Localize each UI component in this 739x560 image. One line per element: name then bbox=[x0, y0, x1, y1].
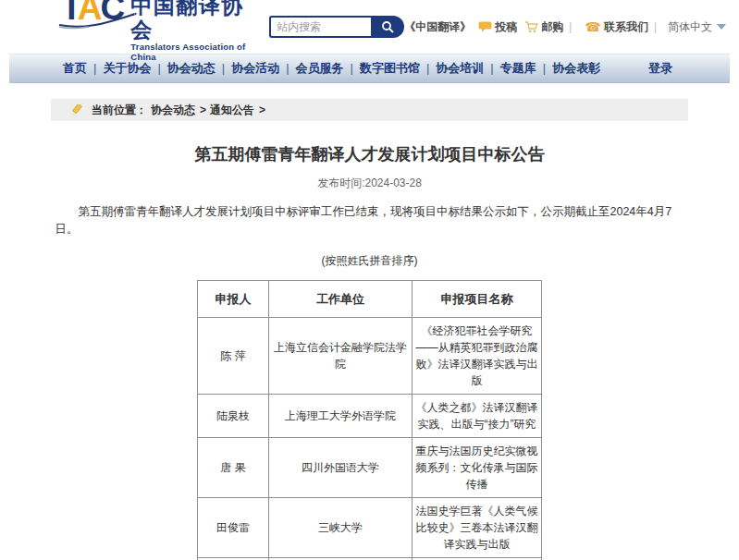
logo-names: 中国翻译协会 Translators Association of China bbox=[130, 0, 252, 62]
table-body: 陈 萍上海立信会计金融学院法学院《经济犯罪社会学研究——从精英犯罪到政治腐败》法… bbox=[198, 317, 542, 560]
work-unit-cell: 上海立信会计金融学院法学院 bbox=[269, 317, 413, 394]
breadcrumb: 当前位置： 协会动态>通知公告> bbox=[51, 99, 688, 121]
language-label: 简体中文 bbox=[668, 19, 712, 35]
table-row: 田俊雷三峡大学法国史学巨著《人类气候比较史》三卷本法译汉翻译实践与出版 bbox=[198, 497, 542, 557]
journal-link[interactable]: 《中国翻译》 bbox=[404, 19, 471, 35]
pencil-icon bbox=[71, 104, 83, 116]
table-row: 唐 果四川外国语大学重庆与法国历史纪实微视频系列：文化传承与国际传播 bbox=[198, 437, 542, 497]
article-paragraph: 第五期傅雷青年翻译人才发展计划项目中标评审工作已结束，现将项目中标结果公示如下，… bbox=[55, 203, 684, 239]
breadcrumb-link[interactable]: 通知公告 bbox=[210, 103, 254, 116]
publish-date: 发布时间:2024-03-28 bbox=[0, 176, 739, 191]
logo-mark: TAC bbox=[61, 0, 123, 29]
nav-separator: | bbox=[543, 61, 546, 75]
logo-english-name: Translators Association of China bbox=[130, 42, 252, 62]
nav-separator: | bbox=[490, 61, 493, 75]
project-name-cell: 《人类之都》法译汉翻译实践、出版与“接力”研究 bbox=[413, 394, 542, 437]
logo-swoosh-icon bbox=[57, 12, 137, 30]
project-name-cell: 《经济犯罪社会学研究——从精英犯罪到政治腐败》法译汉翻译实践与出版 bbox=[413, 317, 542, 394]
site-search bbox=[269, 16, 404, 38]
nav-item-2[interactable]: 关于协会 bbox=[103, 61, 151, 75]
table-header-row: 申报人工作单位申报项目名称 bbox=[198, 280, 542, 317]
project-name-cell: 重庆与法国历史纪实微视频系列：文化传承与国际传播 bbox=[413, 437, 542, 497]
nav-item-4[interactable]: 协会活动 bbox=[231, 61, 279, 75]
breadcrumb-separator: > bbox=[259, 103, 265, 116]
toplink-separator: | bbox=[569, 20, 572, 33]
toplink-separator: | bbox=[654, 20, 657, 33]
page-title: 第五期傅雷青年翻译人才发展计划项目中标公告 bbox=[0, 143, 739, 165]
applicant-cell: 陈 萍 bbox=[198, 317, 269, 394]
column-header: 申报人 bbox=[198, 280, 269, 317]
breadcrumb-separator: > bbox=[200, 103, 206, 116]
caret-down-icon bbox=[717, 24, 726, 30]
nav-item-9[interactable]: 协会表彰 bbox=[552, 61, 600, 75]
breadcrumb-link[interactable]: 协会动态 bbox=[151, 103, 195, 116]
submit-link[interactable]: 投稿 bbox=[495, 19, 517, 35]
nav-separator: | bbox=[157, 61, 160, 75]
nav-separator: | bbox=[286, 61, 289, 75]
nav-separator: | bbox=[222, 61, 225, 75]
applicant-cell: 唐 果 bbox=[198, 437, 269, 497]
nav-item-3[interactable]: 协会动态 bbox=[167, 61, 216, 75]
work-unit-cell: 三峡大学 bbox=[269, 497, 413, 557]
breadcrumb-label: 当前位置： bbox=[92, 103, 147, 118]
login-button[interactable]: 登录 bbox=[648, 60, 672, 77]
phone-icon: ☎ bbox=[585, 19, 600, 34]
search-icon bbox=[381, 20, 394, 33]
contact-link[interactable]: 联系我们 bbox=[604, 19, 648, 35]
table-row: 陆泉枝上海理工大学外语学院《人类之都》法译汉翻译实践、出版与“接力”研究 bbox=[198, 394, 542, 437]
cart-icon bbox=[524, 21, 538, 33]
work-unit-cell: 四川外国语大学 bbox=[269, 437, 413, 497]
mail-order-link[interactable]: 邮购 bbox=[541, 19, 563, 35]
search-input[interactable] bbox=[269, 16, 371, 38]
nav-item-1[interactable]: 首页 bbox=[63, 61, 87, 75]
language-selector[interactable]: 简体中文 bbox=[668, 19, 726, 35]
column-header: 工作单位 bbox=[269, 280, 413, 317]
logo-chinese-name: 中国翻译协会 bbox=[130, 0, 252, 42]
breadcrumb-trail: 协会动态>通知公告> bbox=[147, 103, 265, 118]
nav-separator: | bbox=[351, 61, 353, 75]
applicant-cell: 田俊雷 bbox=[198, 497, 269, 557]
nav-separator: | bbox=[93, 61, 96, 75]
applicant-cell: 陆泉枝 bbox=[198, 394, 269, 437]
speech-bubble-icon bbox=[478, 21, 492, 32]
nav-item-8[interactable]: 专题库 bbox=[500, 61, 536, 75]
column-header: 申报项目名称 bbox=[413, 280, 542, 317]
site-header: TAC 中国翻译协会 Translators Association of Ch… bbox=[0, 0, 739, 54]
site-logo[interactable]: TAC 中国翻译协会 Translators Association of Ch… bbox=[61, 0, 252, 62]
header-top-links: 《中国翻译》 投稿 邮购 | ☎ 联系我们 | 简体中文 bbox=[404, 19, 726, 35]
award-table: 申报人工作单位申报项目名称 陈 萍上海立信会计金融学院法学院《经济犯罪社会学研究… bbox=[197, 280, 542, 560]
search-button[interactable] bbox=[371, 16, 404, 38]
sort-note: (按照姓氏拼音排序) bbox=[0, 253, 739, 269]
nav-separator: | bbox=[426, 61, 429, 75]
nav-item-5[interactable]: 会员服务 bbox=[296, 61, 344, 75]
nav-item-7[interactable]: 协会培训 bbox=[436, 61, 484, 75]
nav-menu: 首页|关于协会|协会动态|协会活动|会员服务|数字图书馆|协会培训|专题库|协会… bbox=[63, 60, 600, 77]
nav-item-6[interactable]: 数字图书馆 bbox=[360, 61, 420, 75]
work-unit-cell: 上海理工大学外语学院 bbox=[269, 394, 413, 437]
project-name-cell: 法国史学巨著《人类气候比较史》三卷本法译汉翻译实践与出版 bbox=[413, 497, 542, 557]
table-row: 陈 萍上海立信会计金融学院法学院《经济犯罪社会学研究——从精英犯罪到政治腐败》法… bbox=[198, 317, 542, 394]
